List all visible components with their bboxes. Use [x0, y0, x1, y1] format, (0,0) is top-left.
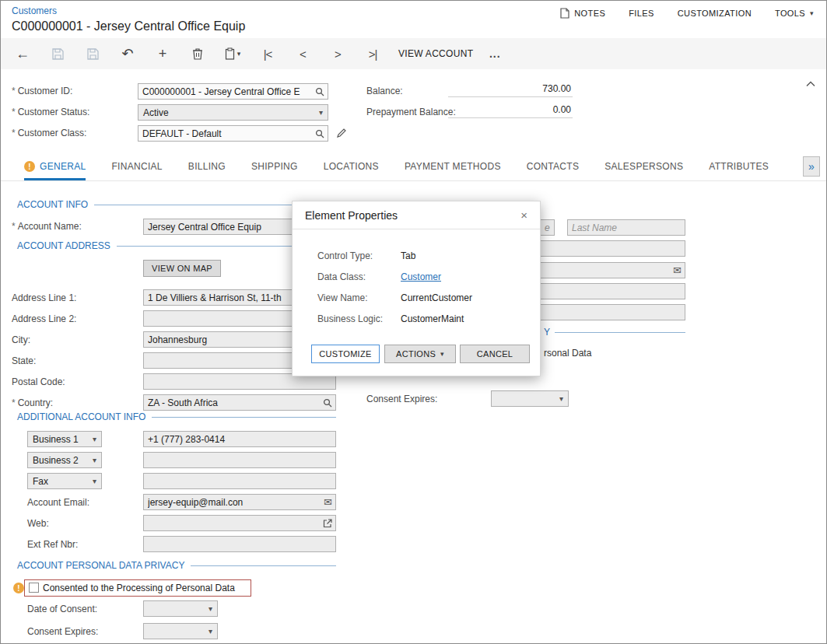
copy-paste-button[interactable]: ▾ [223, 44, 242, 64]
customer-class-input[interactable] [138, 128, 315, 139]
contact-consent-expires-dropdown[interactable]: ▾ [491, 390, 569, 407]
warning-icon: ! [13, 583, 24, 593]
record-toolbar: ← ↶ + ▾ |< < > >| VIEW ACCOUNT ... [1, 38, 826, 69]
breadcrumb-customers[interactable]: Customers [12, 5, 57, 16]
section-divider-line [152, 417, 336, 418]
consent-checkbox[interactable] [29, 583, 39, 593]
section-account-address-label: ACCOUNT ADDRESS [17, 240, 110, 251]
ext-ref-nbr-field[interactable] [143, 536, 336, 552]
fax-input[interactable] [144, 476, 335, 487]
add-record-button[interactable]: + [153, 44, 172, 64]
summary-area: +*Customer ID: *Customer Status: Active … [1, 69, 826, 153]
data-class-link[interactable]: Customer [401, 271, 441, 282]
dialog-title: Element Properties [305, 209, 398, 222]
go-last-button[interactable]: >| [363, 44, 382, 64]
phone2-type-dropdown[interactable]: Business 2▾ [27, 452, 102, 468]
city-label: City: [12, 334, 30, 345]
tab-billing[interactable]: BILLING [188, 153, 226, 180]
customer-id-input[interactable] [138, 86, 315, 97]
dialog-titlebar: Element Properties × [293, 201, 540, 229]
phone2-field[interactable] [143, 452, 336, 468]
tools-label: TOOLS [775, 9, 805, 18]
go-first-button[interactable]: |< [258, 44, 277, 64]
date-of-consent-dropdown[interactable]: ▾ [143, 600, 218, 617]
tab-contacts[interactable]: CONTACTS [527, 153, 580, 180]
actions-label: ACTIONS [396, 349, 436, 359]
account-email-field[interactable]: ✉ [143, 494, 336, 510]
account-email-input[interactable] [144, 497, 324, 508]
customization-button[interactable]: CUSTOMIZATION [678, 9, 752, 18]
tab-contacts-label: CONTACTS [527, 161, 580, 172]
view-account-button[interactable]: VIEW ACCOUNT [398, 44, 473, 64]
fax-type-dropdown[interactable]: Fax▾ [27, 473, 102, 489]
address-line1-label: Address Line 1: [12, 292, 76, 303]
phone1-input[interactable] [144, 434, 335, 445]
consent-expires-dropdown[interactable]: ▾ [143, 623, 218, 639]
tab-financial[interactable]: FINANCIAL [111, 153, 162, 180]
go-next-button[interactable]: > [328, 44, 347, 64]
collapse-summary-button[interactable] [803, 77, 818, 91]
phone1-field[interactable] [143, 431, 336, 447]
magnifier-icon[interactable] [315, 87, 324, 96]
country-field[interactable] [143, 394, 336, 411]
last-name-input[interactable] [568, 222, 685, 233]
back-button[interactable]: ← [13, 44, 32, 64]
tab-attributes[interactable]: ATTRIBUTES [709, 153, 769, 180]
chevron-down-icon: ▾ [237, 50, 241, 58]
close-icon[interactable]: × [520, 208, 527, 222]
tools-button[interactable]: TOOLS ▾ [775, 9, 814, 18]
last-name-field[interactable] [567, 219, 685, 236]
required-marker: * [12, 86, 16, 96]
chevron-down-icon: ▾ [209, 604, 212, 613]
magnifier-icon[interactable] [315, 129, 324, 138]
go-previous-button[interactable]: < [293, 44, 312, 64]
tab-general[interactable]: ! GENERAL [24, 153, 86, 180]
fax-field[interactable] [143, 473, 336, 489]
customer-class-field[interactable] [138, 125, 328, 142]
section-additional-info-label: ADDITIONAL ACCOUNT INFO [17, 411, 145, 422]
account-email-label: Account Email: [27, 497, 89, 508]
edit-pencil-icon[interactable] [336, 128, 347, 142]
required-marker: * [12, 397, 16, 408]
section-divider-line [191, 565, 336, 566]
required-marker: * [12, 107, 16, 117]
view-on-map-button[interactable]: VIEW ON MAP [143, 260, 221, 277]
external-link-icon[interactable] [323, 519, 332, 528]
envelope-icon[interactable]: ✉ [324, 497, 332, 507]
actions-button[interactable]: ACTIONS ▾ [384, 345, 456, 363]
more-tabs-button[interactable]: » [803, 156, 820, 177]
web-field[interactable] [143, 515, 336, 531]
warning-icon: ! [24, 161, 35, 172]
control-type-label: Control Type: [317, 250, 373, 261]
notes-button[interactable]: NOTES [560, 8, 605, 19]
web-input[interactable] [144, 518, 323, 529]
phone1-type-dropdown[interactable]: Business 1▾ [27, 431, 102, 447]
undo-button[interactable]: ↶ [118, 44, 137, 64]
business-logic-label: Business Logic: [317, 313, 383, 324]
view-name-label: View Name: [317, 292, 367, 303]
prepayment-balance-value: 0.00 [448, 103, 573, 118]
country-input[interactable] [144, 397, 323, 408]
more-actions-button[interactable]: ... [485, 44, 504, 64]
files-button[interactable]: FILES [629, 9, 654, 18]
ext-ref-nbr-input[interactable] [144, 539, 335, 550]
data-class-label: Data Class: [317, 271, 366, 282]
postal-code-input[interactable] [144, 376, 335, 387]
customer-id-field[interactable] [138, 83, 328, 100]
customize-button[interactable]: CUSTOMIZE [311, 345, 380, 363]
tab-salespersons[interactable]: SALESPERSONS [604, 153, 683, 180]
envelope-icon[interactable]: ✉ [673, 265, 682, 275]
cancel-button[interactable]: CANCEL [460, 345, 530, 363]
tab-payment-methods[interactable]: PAYMENT METHODS [405, 153, 501, 180]
phone2-input[interactable] [144, 455, 335, 466]
magnifier-icon[interactable] [323, 398, 332, 408]
save-icon [86, 47, 100, 61]
customer-status-dropdown[interactable]: Active ▾ [138, 104, 328, 121]
chevron-down-icon: ▾ [93, 456, 96, 464]
contact-privacy-section-fragment: Y [544, 327, 550, 338]
tab-locations[interactable]: LOCATIONS [324, 153, 379, 180]
delete-record-button[interactable] [188, 44, 207, 64]
chevron-up-icon [806, 81, 815, 87]
tab-shipping[interactable]: SHIPPING [251, 153, 298, 180]
save-and-close-button [48, 44, 67, 64]
